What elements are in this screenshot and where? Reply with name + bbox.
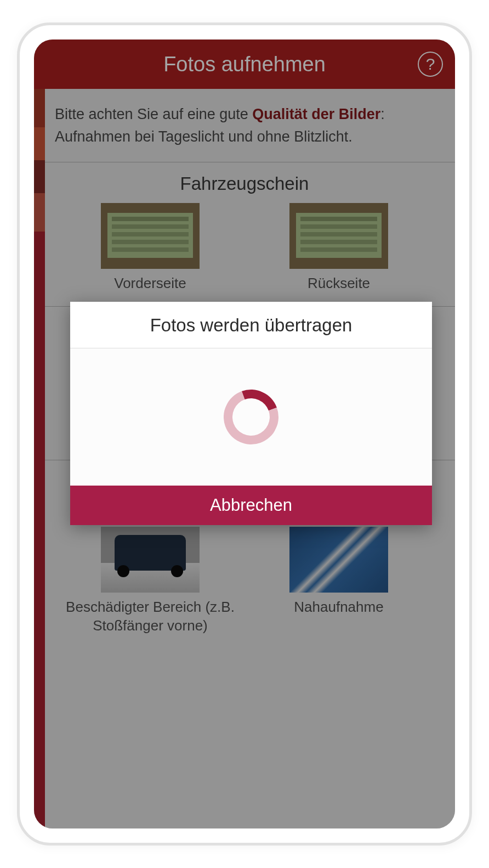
phone-frame: Fotos aufnehmen ? Bitte achten Sie auf e… [17,22,472,846]
upload-modal: Fotos werden übertragen Abbrechen [70,302,432,525]
modal-body [70,348,432,486]
photo-slot-rueckseite[interactable]: Rückseite [248,203,429,293]
thumb-label: Beschädigter Bereich (z.B. Stoßfänger vo… [60,598,241,635]
document-front-icon [101,203,200,269]
help-icon[interactable]: ? [418,52,443,77]
thumb-row-fahrzeugschein: Vorderseite Rückseite [34,203,455,293]
thumb-label: Rückseite [308,274,370,293]
scratch-closeup-icon [289,527,388,593]
thumb-label: Vorderseite [114,274,186,293]
app-header: Fotos aufnehmen ? [34,40,455,89]
spinner-icon [215,381,288,454]
car-rear-icon [101,527,200,593]
info-highlight: Qualität der Bilder [252,106,380,122]
section-title-fahrzeugschein: Fahrzeugschein [34,173,455,194]
cancel-button[interactable]: Abbrechen [70,486,432,525]
page-title: Fotos aufnehmen [163,53,326,76]
screen: Fotos aufnehmen ? Bitte achten Sie auf e… [34,40,455,828]
side-strip [34,89,45,828]
thumb-row-detail: Beschädigter Bereich (z.B. Stoßfänger vo… [34,527,455,635]
thumb-label: Nahaufnahme [294,598,383,617]
photo-slot-closeup[interactable]: Nahaufnahme [248,527,429,635]
info-text: Bitte achten Sie auf eine gute Qualität … [34,89,455,162]
photo-slot-damaged-area[interactable]: Beschädigter Bereich (z.B. Stoßfänger vo… [60,527,241,635]
info-prefix: Bitte achten Sie auf eine gute [55,106,252,122]
section-fahrzeugschein: Fahrzeugschein Vorderseite Rückseite [34,162,455,307]
document-back-icon [289,203,388,269]
modal-title: Fotos werden übertragen [70,302,432,348]
photo-slot-vorderseite[interactable]: Vorderseite [60,203,241,293]
